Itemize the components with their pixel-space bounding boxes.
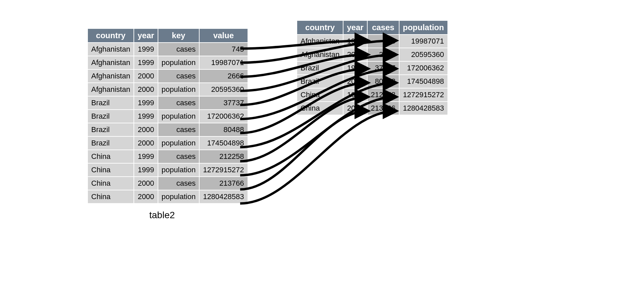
cell-population: 20595360: [399, 48, 447, 61]
cell-country: Afghanistan: [297, 35, 343, 48]
cell-country: China: [297, 88, 343, 101]
mapping-arrow: [240, 111, 396, 203]
cell-population: 1280428583: [399, 102, 447, 115]
right-table: country year cases population Afghanista…: [297, 20, 448, 115]
cell-year: 2000: [134, 83, 157, 96]
right-th-cases: cases: [368, 21, 399, 34]
table-row: Brazil1999population172006362: [88, 110, 248, 123]
cell-year: 2000: [134, 177, 157, 190]
cell-key: cases: [158, 123, 199, 136]
right-table-header-row: country year cases population: [297, 21, 447, 34]
cell-key: cases: [158, 97, 199, 109]
cell-country: Brazil: [297, 75, 343, 88]
cell-key: population: [158, 137, 199, 149]
cell-value: 1280428583: [200, 190, 247, 203]
table-row: Afghanistan199974519987071: [297, 35, 447, 48]
cell-year: 1999: [134, 43, 157, 56]
cell-key: cases: [158, 43, 199, 56]
cell-year: 1999: [343, 35, 367, 48]
cell-year: 2000: [343, 102, 367, 115]
cell-country: Afghanistan: [88, 70, 133, 82]
cell-population: 172006362: [399, 62, 447, 74]
cell-key: population: [158, 110, 199, 123]
table-row: Brazil2000cases80488: [88, 123, 248, 136]
table-row: China1999population1272915272: [88, 164, 248, 176]
cell-cases: 213766: [368, 102, 399, 115]
cell-year: 1999: [134, 110, 157, 123]
left-th-year: year: [134, 29, 157, 42]
cell-country: Afghanistan: [88, 43, 133, 56]
cell-country: Brazil: [88, 137, 133, 149]
cell-value: 212258: [200, 150, 247, 163]
left-table-caption: table2: [149, 210, 175, 221]
cell-cases: 37737: [368, 62, 399, 74]
right-th-population: population: [399, 21, 447, 34]
table-row: Brazil200080488174504898: [297, 75, 447, 88]
cell-country: Afghanistan: [297, 48, 343, 61]
table-row: Brazil1999cases37737: [88, 97, 248, 109]
mapping-arrow: [240, 111, 368, 189]
cell-value: 19987071: [200, 56, 247, 69]
cell-year: 2000: [134, 123, 157, 136]
table-row: China2000cases213766: [88, 177, 248, 190]
right-th-year: year: [343, 21, 367, 34]
cell-value: 174504898: [200, 137, 247, 149]
table-row: Afghanistan2000population20595360: [88, 83, 248, 96]
cell-value: 20595360: [200, 83, 247, 96]
cell-key: cases: [158, 70, 199, 82]
cell-cases: 212258: [368, 88, 399, 101]
cell-cases: 2666: [368, 48, 399, 61]
table-row: Afghanistan1999population19987071: [88, 56, 248, 69]
cell-key: population: [158, 164, 199, 176]
cell-year: 2000: [343, 75, 367, 88]
cell-value: 2666: [200, 70, 247, 82]
table-row: China20002137661280428583: [297, 102, 447, 115]
cell-key: cases: [158, 177, 199, 190]
cell-key: cases: [158, 150, 199, 163]
table-row: Brazil199937737172006362: [297, 62, 447, 74]
cell-country: Brazil: [297, 62, 343, 74]
cell-country: China: [88, 190, 133, 203]
left-table-header-row: country year key value: [88, 29, 248, 42]
table-row: China19992122581272915272: [297, 88, 447, 101]
cell-year: 2000: [343, 48, 367, 61]
cell-value: 213766: [200, 177, 247, 190]
table-row: China1999cases212258: [88, 150, 248, 163]
cell-population: 1272915272: [399, 88, 447, 101]
table-row: Brazil2000population174504898: [88, 137, 248, 149]
cell-population: 19987071: [399, 35, 447, 48]
cell-key: population: [158, 83, 199, 96]
cell-country: Brazil: [88, 97, 133, 109]
table-row: Afghanistan2000266620595360: [297, 48, 447, 61]
cell-country: China: [88, 177, 133, 190]
cell-year: 2000: [134, 190, 157, 203]
left-table: country year key value Afghanistan1999ca…: [87, 28, 248, 204]
cell-country: Brazil: [88, 123, 133, 136]
right-th-country: country: [297, 21, 343, 34]
table-row: Afghanistan1999cases745: [88, 43, 248, 56]
cell-value: 172006362: [200, 110, 247, 123]
cell-cases: 745: [368, 35, 399, 48]
left-th-key: key: [158, 29, 199, 42]
cell-country: Afghanistan: [88, 56, 133, 69]
cell-country: China: [297, 102, 343, 115]
cell-country: China: [88, 150, 133, 163]
cell-country: China: [88, 164, 133, 176]
cell-value: 37737: [200, 97, 247, 109]
cell-year: 1999: [343, 62, 367, 74]
cell-value: 80488: [200, 123, 247, 136]
left-th-country: country: [88, 29, 133, 42]
cell-value: 1272915272: [200, 164, 247, 176]
cell-population: 174504898: [399, 75, 447, 88]
cell-key: population: [158, 190, 199, 203]
cell-country: Afghanistan: [88, 83, 133, 96]
cell-year: 2000: [134, 137, 157, 149]
cell-key: population: [158, 56, 199, 69]
left-th-value: value: [200, 29, 247, 42]
cell-year: 1999: [134, 56, 157, 69]
table-row: China2000population1280428583: [88, 190, 248, 203]
cell-year: 1999: [134, 150, 157, 163]
cell-cases: 80488: [368, 75, 399, 88]
table-row: Afghanistan2000cases2666: [88, 70, 248, 82]
cell-year: 2000: [134, 70, 157, 82]
